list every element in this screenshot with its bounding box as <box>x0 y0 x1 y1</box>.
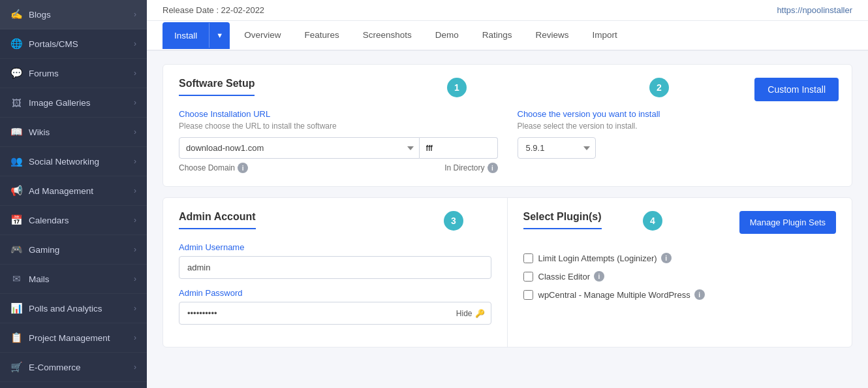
sidebar-icon-project-management: 📋 <box>10 332 22 344</box>
chevron-icon-gaming: › <box>134 245 136 254</box>
admin-account-section: 3 Admin Account Admin Username Admin Pas… <box>163 198 508 347</box>
main-content: Release Date : 22-02-2022 https://npooli… <box>147 0 868 388</box>
tab-screenshots[interactable]: Screenshots <box>351 21 424 51</box>
chevron-icon-portals-cms: › <box>134 39 136 48</box>
tab-reviews[interactable]: Reviews <box>524 21 581 51</box>
plugin-item-classic-editor: Classic Editor i <box>523 271 837 282</box>
version-select[interactable]: 5.9.15.9.05.8.35.8.2 <box>518 137 596 159</box>
sidebar-item-e-commerce[interactable]: 🛒 E-Commerce › <box>0 353 147 382</box>
sidebar-item-mails[interactable]: ✉ Mails › <box>0 265 147 294</box>
choose-domain-label: Choose Domain i <box>179 163 248 173</box>
sidebar-item-ad-management[interactable]: 📢 Ad Management › <box>0 176 147 206</box>
sidebar-item-gaming[interactable]: 🎮 Gaming › <box>0 235 147 265</box>
sidebar-label-wikis: Wikis <box>29 127 50 137</box>
sidebar-icon-e-commerce: 🛒 <box>10 361 22 373</box>
sidebar-item-portals-cms[interactable]: 🌐 Portals/CMS › <box>0 29 147 59</box>
sidebar-label-e-commerce: E-Commerce <box>29 363 81 372</box>
plugin-item-wpcentral: wpCentral - Manage Multiple WordPress i <box>523 289 837 300</box>
domain-select[interactable]: download-now1.com <box>179 137 420 159</box>
install-tab-arrow[interactable]: ▼ <box>209 23 230 48</box>
tab-features[interactable]: Features <box>292 21 350 51</box>
sidebar-item-forums[interactable]: 💬 Forums › <box>0 59 147 88</box>
sidebar-label-portals-cms: Portals/CMS <box>29 39 78 49</box>
tab-overview[interactable]: Overview <box>232 21 292 51</box>
sidebar-item-image-galleries[interactable]: 🖼 Image Galleries › <box>0 88 147 118</box>
step-badge-3: 3 <box>444 211 463 231</box>
chevron-icon-e-commerce: › <box>134 363 136 372</box>
sidebar-item-erp[interactable]: 🗂 ERP › <box>0 382 147 388</box>
chevron-icon-project-management: › <box>134 333 136 342</box>
plugin-info-icon-classic-editor[interactable]: i <box>594 271 604 282</box>
sidebar-item-calendars[interactable]: 📅 Calendars › <box>0 206 147 235</box>
sidebar-icon-forums: 💬 <box>10 67 22 79</box>
sidebar-item-wikis[interactable]: 📖 Wikis › <box>0 118 147 147</box>
username-input[interactable] <box>179 256 491 279</box>
tab-import[interactable]: Import <box>581 21 629 51</box>
url-link[interactable]: https://npoolinstaller <box>777 5 852 15</box>
chevron-icon-blogs: › <box>134 10 136 19</box>
sidebar-label-polls-analytics: Polls and Analytics <box>29 304 102 314</box>
sidebar-item-polls-analytics[interactable]: 📊 Polls and Analytics › <box>0 294 147 323</box>
sidebar-icon-mails: ✉ <box>10 273 22 285</box>
password-label: Admin Password <box>179 288 491 298</box>
directory-input[interactable] <box>420 137 498 159</box>
install-tab-label[interactable]: Install <box>163 22 209 49</box>
custom-install-button[interactable]: Custom Install <box>754 78 839 101</box>
plugins-list: Limit Login Attempts (Loginizer) i Class… <box>523 253 837 300</box>
sidebar-item-blogs[interactable]: ✍ Blogs › <box>0 0 147 29</box>
url-row: download-now1.com <box>179 137 498 159</box>
directory-info-icon[interactable]: i <box>488 163 498 173</box>
plugin-info-icon-limit-login[interactable]: i <box>661 253 672 263</box>
chevron-icon-calendars: › <box>134 216 136 225</box>
sidebar-item-project-management[interactable]: 📋 Project Management › <box>0 323 147 353</box>
sidebar-label-image-galleries: Image Galleries <box>29 98 91 108</box>
plugin-checkbox-wpcentral[interactable] <box>523 290 533 300</box>
bottom-sections-row: 3 Admin Account Admin Username Admin Pas… <box>163 197 852 348</box>
chevron-icon-image-galleries: › <box>134 98 136 107</box>
install-url-label: Choose Installation URL <box>179 109 498 119</box>
sidebar-icon-wikis: 📖 <box>10 126 22 138</box>
sidebar-icon-ad-management: 📢 <box>10 185 22 197</box>
sidebar-label-calendars: Calendars <box>29 216 69 225</box>
content-area: 1 2 Software Setup Custom Install Choose… <box>147 51 868 371</box>
domain-info-icon[interactable]: i <box>238 163 248 173</box>
plugin-checkbox-classic-editor[interactable] <box>523 272 533 282</box>
password-field-group: Admin Password Hide 🔑 <box>179 288 491 325</box>
select-plugins-section: 4 Select Plugin(s) Manage Plugin Sets Li… <box>508 198 852 347</box>
software-setup-card: 1 2 Software Setup Custom Install Choose… <box>163 64 852 187</box>
release-date: Release Date : 22-02-2022 <box>163 5 264 15</box>
tab-ratings[interactable]: Ratings <box>471 21 524 51</box>
plugin-label-classic-editor: Classic Editor <box>538 272 590 282</box>
sidebar-icon-portals-cms: 🌐 <box>10 38 22 50</box>
password-input[interactable] <box>179 302 491 325</box>
tab-install[interactable]: Install ▼ <box>163 22 230 49</box>
chevron-icon-mails: › <box>134 274 136 283</box>
username-label: Admin Username <box>179 242 491 252</box>
nav-tabs: Install ▼ OverviewFeaturesScreenshotsDem… <box>147 21 868 51</box>
plugin-info-icon-wpcentral[interactable]: i <box>694 289 705 300</box>
plugin-info-limit-login: Limit Login Attempts (Loginizer) i <box>538 253 672 263</box>
sidebar-item-social-networking[interactable]: 👥 Social Networking › <box>0 147 147 176</box>
hide-password-button[interactable]: Hide 🔑 <box>456 309 485 318</box>
plugin-label-wpcentral: wpCentral - Manage Multiple WordPress <box>538 290 690 300</box>
tab-demo[interactable]: Demo <box>424 21 471 51</box>
chevron-icon-ad-management: › <box>134 186 136 195</box>
sidebar-label-ad-management: Ad Management <box>29 186 93 196</box>
sidebar-label-mails: Mails <box>29 274 50 284</box>
plugin-checkbox-limit-login[interactable] <box>523 253 533 263</box>
key-icon: 🔑 <box>475 309 485 318</box>
plugin-info-classic-editor: Classic Editor i <box>538 271 604 282</box>
sidebar-label-blogs: Blogs <box>29 10 51 20</box>
in-directory-label: In Directory i <box>444 163 497 173</box>
step-badge-1: 1 <box>447 78 467 97</box>
url-labels: Choose Domain i In Directory i <box>179 163 498 173</box>
sidebar-icon-image-galleries: 🖼 <box>10 97 22 108</box>
username-field-group: Admin Username <box>179 242 491 279</box>
password-row: Hide 🔑 <box>179 302 491 325</box>
manage-plugin-sets-button[interactable]: Manage Plugin Sets <box>739 211 836 234</box>
sidebar-icon-blogs: ✍ <box>10 8 22 20</box>
plugin-info-wpcentral: wpCentral - Manage Multiple WordPress i <box>538 289 705 300</box>
plugin-item-limit-login: Limit Login Attempts (Loginizer) i <box>523 253 837 263</box>
sidebar-icon-social-networking: 👥 <box>10 155 22 167</box>
version-section: Choose the version you want to install P… <box>518 109 837 173</box>
